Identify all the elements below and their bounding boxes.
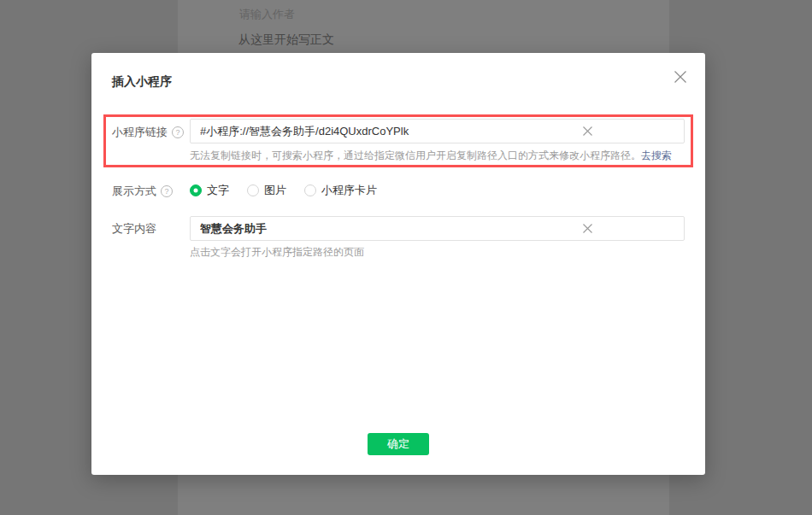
link-help-text: 无法复制链接时，可搜索小程序，通过给指定微信用户开启复制路径入口的方式来修改小程…	[190, 149, 641, 161]
radio-option-text[interactable]: 文字	[190, 183, 229, 198]
clear-x-glyph	[582, 223, 593, 234]
close-icon[interactable]	[673, 69, 688, 85]
clear-link-icon[interactable]	[581, 125, 594, 138]
radio-option-label: 小程序卡片	[321, 183, 377, 198]
help-question-icon[interactable]: ?	[161, 185, 173, 197]
confirm-button[interactable]: 确定	[368, 433, 429, 455]
text-field-label: 文字内容	[112, 221, 156, 236]
display-field-label: 展示方式	[112, 184, 156, 198]
text-content-input[interactable]	[190, 216, 685, 241]
radio-icon	[304, 184, 316, 196]
text-help-line: 点击文字会打开小程序指定路径的页面	[190, 245, 364, 259]
text-field-label-row: 文字内容	[112, 221, 156, 236]
close-x-glyph	[674, 70, 687, 84]
link-field-label: 小程序链接	[112, 125, 168, 139]
radio-option-image[interactable]: 图片	[247, 183, 286, 198]
clear-x-glyph	[582, 126, 593, 137]
dialog-title: 插入小程序	[112, 74, 172, 88]
link-input[interactable]	[190, 119, 685, 143]
go-search-link[interactable]: 去搜索	[641, 149, 672, 161]
link-help-line: 无法复制链接时，可搜索小程序，通过给指定微信用户开启复制路径入口的方式来修改小程…	[190, 149, 672, 162]
radio-option-card[interactable]: 小程序卡片	[304, 183, 377, 198]
radio-option-label: 文字	[207, 183, 229, 198]
radio-icon	[190, 184, 202, 196]
link-field-label-row: 小程序链接 ?	[112, 125, 184, 139]
radio-icon	[247, 184, 259, 196]
radio-option-label: 图片	[264, 183, 286, 198]
insert-miniprogram-dialog: 插入小程序 小程序链接 ? 无法复制链接时，可搜索小程序，通过给指定微信用户开启…	[91, 53, 705, 475]
display-mode-radio-group: 文字 图片 小程序卡片	[190, 183, 377, 198]
help-question-icon[interactable]: ?	[172, 126, 184, 138]
clear-text-icon[interactable]	[581, 222, 594, 235]
display-field-label-row: 展示方式 ?	[112, 184, 173, 198]
